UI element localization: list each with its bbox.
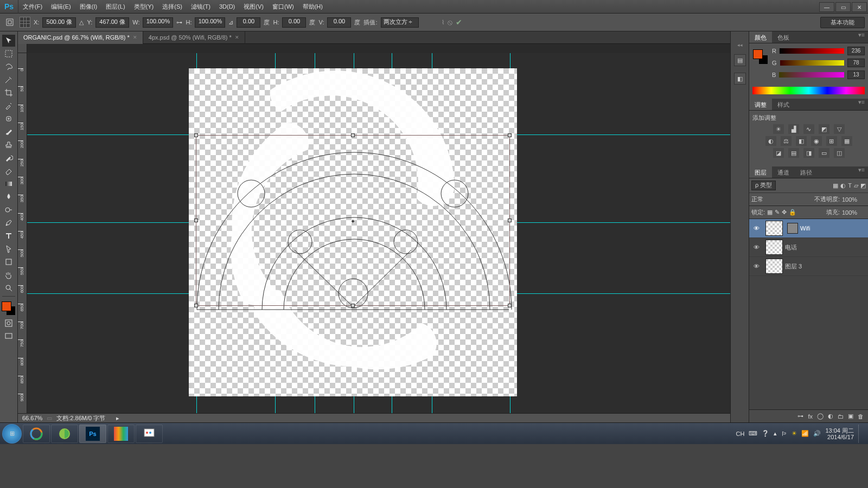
gradient-tool[interactable]: [2, 178, 15, 190]
delete-icon[interactable]: 🗑: [858, 413, 864, 420]
interp-select[interactable]: 两次立方 ÷: [381, 17, 419, 28]
fg-color-swatch[interactable]: [2, 301, 11, 311]
taskbar-app-3[interactable]: [107, 425, 135, 443]
hand-tool[interactable]: [2, 269, 15, 281]
clock[interactable]: 13:04 周二 2014/6/17: [825, 427, 854, 440]
path-select-tool[interactable]: [2, 243, 15, 255]
tray-icon[interactable]: ❔: [762, 430, 769, 437]
gradientmap-icon[interactable]: ▭: [819, 148, 829, 158]
filter-type-icon[interactable]: T: [848, 182, 852, 189]
tray-icon[interactable]: ☀: [792, 430, 797, 437]
transform-handle[interactable]: [351, 304, 355, 307]
tab-swatches[interactable]: 色板: [772, 31, 795, 43]
history-brush-tool[interactable]: [2, 152, 15, 164]
type-tool[interactable]: [2, 230, 15, 242]
color-swatches[interactable]: [1, 301, 16, 316]
menu-help[interactable]: 帮助(H): [298, 0, 327, 14]
zoom-level[interactable]: 66.67%: [22, 415, 42, 421]
layer-name[interactable]: 电话: [785, 243, 797, 252]
fx-icon[interactable]: fx: [808, 413, 813, 420]
hue-icon[interactable]: ◐: [765, 136, 776, 146]
filter-smart-icon[interactable]: ◩: [860, 182, 866, 189]
link-layers-icon[interactable]: ⊶: [797, 413, 803, 420]
b-value[interactable]: 13: [847, 70, 865, 79]
lock-pixels-icon[interactable]: ✎: [775, 209, 780, 216]
layer-name[interactable]: 图层 3: [785, 262, 802, 271]
mask-icon[interactable]: ◯: [817, 413, 824, 420]
new-layer-icon[interactable]: ▣: [848, 413, 853, 420]
hue-ramp[interactable]: [752, 87, 865, 94]
visibility-icon[interactable]: 👁: [749, 225, 763, 232]
doc-info[interactable]: 文档:2.86M/0 字节: [56, 414, 105, 422]
brightness-icon[interactable]: ☀: [773, 124, 784, 134]
colorlookup-icon[interactable]: ▦: [841, 136, 852, 146]
shape-tool[interactable]: [2, 256, 15, 268]
commit-transform[interactable]: ✔: [456, 18, 462, 27]
workspace-switcher[interactable]: 基本功能: [820, 17, 865, 28]
transform-center-icon[interactable]: ✦: [350, 218, 356, 223]
angle-field[interactable]: 0.00: [237, 17, 260, 28]
transform-handle[interactable]: [194, 219, 198, 222]
y-field[interactable]: 467.00 像: [95, 17, 129, 28]
menu-view[interactable]: 视图(V): [239, 0, 268, 14]
menu-filter[interactable]: 滤镜(T): [187, 0, 215, 14]
r-value[interactable]: 236: [847, 47, 865, 55]
bw-icon[interactable]: ◧: [796, 136, 807, 146]
photofilter-icon[interactable]: ◉: [811, 136, 822, 146]
posterize-icon[interactable]: ▤: [788, 148, 799, 158]
pen-tool[interactable]: [2, 217, 15, 229]
filter-pixel-icon[interactable]: ▦: [833, 182, 838, 189]
menu-file[interactable]: 文件(F): [18, 0, 47, 14]
tab-adjustments[interactable]: 调整: [749, 99, 772, 110]
transform-handle[interactable]: [508, 304, 512, 307]
heal-tool[interactable]: [2, 113, 15, 125]
r-slider[interactable]: [780, 48, 844, 54]
visibility-icon[interactable]: 👁: [749, 244, 763, 251]
fill-adjust-icon[interactable]: ◐: [828, 413, 833, 420]
move-tool[interactable]: [2, 35, 15, 47]
g-value[interactable]: 78: [847, 59, 865, 67]
h-field[interactable]: 100.00%: [195, 17, 225, 28]
window-minimize[interactable]: —: [819, 2, 834, 12]
x-field[interactable]: 500.00 像: [42, 17, 76, 28]
eraser-tool[interactable]: [2, 165, 15, 177]
transform-handle[interactable]: [194, 133, 198, 137]
menu-select[interactable]: 选择(S): [158, 0, 187, 14]
transform-handle[interactable]: [194, 304, 198, 307]
panel-menu-icon[interactable]: ▾≡: [855, 166, 868, 178]
layer-thumbnail[interactable]: [765, 259, 783, 274]
layer-filter-kind[interactable]: ρ 类型: [751, 181, 776, 190]
skew-h-field[interactable]: 0.00: [282, 17, 306, 28]
panel-menu-icon[interactable]: ▾≡: [855, 31, 868, 43]
crop-tool[interactable]: [2, 87, 15, 99]
fill-field[interactable]: 100%: [842, 209, 866, 216]
layer-row[interactable]: 👁 图层 3: [749, 257, 868, 276]
brush-tool[interactable]: [2, 126, 15, 138]
skew-v-field[interactable]: 0.00: [327, 17, 351, 28]
transform-bounds[interactable]: ✦: [196, 135, 510, 306]
link-icon[interactable]: ⊶: [176, 19, 182, 26]
eyedropper-tool[interactable]: [2, 100, 15, 112]
network-icon[interactable]: 📶: [801, 430, 809, 437]
lock-all-icon[interactable]: 🔒: [789, 209, 796, 216]
menu-image[interactable]: 图像(I): [75, 0, 101, 14]
channelmixer-icon[interactable]: ⊞: [826, 136, 837, 146]
invert-icon[interactable]: ◪: [773, 148, 784, 158]
taskbar-browser[interactable]: [51, 425, 78, 443]
lasso-tool[interactable]: [2, 61, 15, 73]
menu-window[interactable]: 窗口(W): [268, 0, 298, 14]
menu-type[interactable]: 类型(Y): [130, 0, 158, 14]
curves-icon[interactable]: ∿: [803, 124, 814, 134]
window-close[interactable]: ✕: [852, 2, 867, 12]
canvas-viewport[interactable]: ✦: [27, 53, 730, 413]
g-slider[interactable]: [780, 60, 844, 66]
stamp-tool[interactable]: [2, 139, 15, 151]
cancel-transform[interactable]: ⦸: [448, 18, 452, 27]
tray-chevron-icon[interactable]: ▴: [774, 430, 777, 437]
menu-layer[interactable]: 图层(L): [101, 0, 129, 14]
layer-name[interactable]: Wifi: [800, 225, 810, 232]
window-restore[interactable]: ▭: [835, 2, 851, 12]
taskbar-photoshop[interactable]: Ps: [79, 425, 106, 443]
screenmode-toggle[interactable]: [2, 330, 15, 342]
b-slider[interactable]: [779, 72, 844, 78]
